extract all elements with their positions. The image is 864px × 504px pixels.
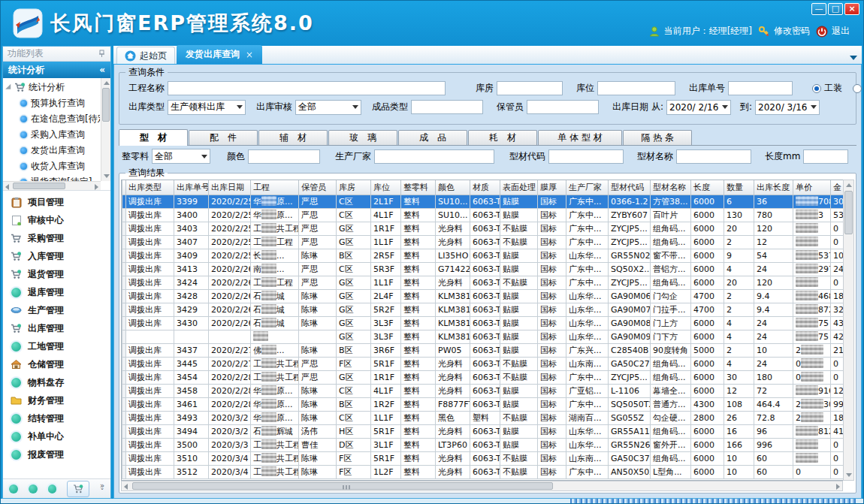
tab-list-dropdown-icon[interactable] <box>850 56 857 60</box>
column-header[interactable]: 数量 <box>724 180 754 195</box>
sidebar-item-clipboard[interactable]: 项目管理 <box>3 193 110 211</box>
profile-name-input[interactable] <box>676 149 751 164</box>
column-header[interactable]: 金 <box>831 180 844 195</box>
table-row[interactable]: 调拨出库34002020/2/25华原...严思C区4L1F整料SU10...6… <box>122 208 844 222</box>
column-header[interactable]: 表面处理 <box>500 180 538 195</box>
pin-icon[interactable] <box>98 50 106 58</box>
table-row[interactable]: 调拨出库35102020/3/4工共工程陈琳F区5R1F整料光身料6063-T5… <box>122 451 844 465</box>
sidebar-item-production[interactable]: 生产管理 <box>3 301 110 319</box>
material-tab[interactable]: 型 材 <box>119 129 188 146</box>
date-to-picker[interactable]: 2020/ 3/16 <box>755 100 820 115</box>
table-row[interactable]: 调拨出库34452020/2/27工共工程严思F区5R1F整料光身料6063-T… <box>122 357 844 370</box>
sidebar-overflow-button[interactable]: »ˇ <box>100 482 104 496</box>
table-row[interactable]: 调拨出库34932020/3/2华原...陈琳C区1L1F整料黑色塑料不贴膜国标… <box>122 411 844 424</box>
tree-item[interactable]: 发货出库查询 <box>3 143 100 158</box>
tab-close-icon[interactable]: × <box>246 50 253 60</box>
table-row[interactable]: 调拨出库34942020/3/2石辉城汤伟H区5R1F整料光身料6063-T5贴… <box>122 424 844 438</box>
table-row[interactable]: 调拨出库34582020/2/28华原...陈琳C区4L1F整料光身料6063-… <box>122 384 844 397</box>
profile-code-input[interactable] <box>548 149 624 164</box>
table-row[interactable]: 调拨出库34612020/2/28华原...陈琳B区1R2F整料F8877FT6… <box>122 397 844 411</box>
grid-vscrollbar[interactable] <box>843 180 854 481</box>
project-name-input[interactable] <box>168 81 446 95</box>
material-tab[interactable]: 玻 璃 <box>328 130 397 145</box>
material-tab[interactable]: 隔 热 条 <box>623 130 692 145</box>
radio-home[interactable] <box>853 84 862 93</box>
table-row[interactable]: 调拨出库35122020/3/4工共工程陈琳F区1L2F整料光身料6063-T5… <box>122 465 844 478</box>
tree-root-statistics[interactable]: 统计分析 <box>3 80 100 95</box>
scroll-right-icon[interactable] <box>95 184 98 190</box>
scroll-up-icon[interactable] <box>846 183 852 187</box>
column-header[interactable]: 库房 <box>337 180 371 195</box>
sidebar-item-circle[interactable]: 工地管理 <box>3 337 110 355</box>
tree-expander-icon[interactable] <box>5 83 14 92</box>
tree-vscroll-thumb[interactable] <box>102 88 110 122</box>
column-header[interactable]: 型材名称 <box>651 180 691 195</box>
location-input[interactable] <box>597 81 675 95</box>
whole-part-select[interactable]: 全部 <box>152 149 210 164</box>
sidebar-item-cart[interactable]: 采购管理 <box>3 229 110 247</box>
warehouse-input[interactable] <box>497 81 563 95</box>
column-header[interactable]: 长度 <box>691 180 724 195</box>
module-dot-icon[interactable] <box>9 484 18 493</box>
minimize-button[interactable]: — <box>811 3 826 15</box>
tree-item[interactable]: 退货查询[待定] <box>3 174 100 181</box>
column-header[interactable]: 出库类型 <box>126 180 174 195</box>
scroll-right-icon[interactable] <box>836 484 840 490</box>
scroll-left-icon[interactable] <box>124 484 128 490</box>
material-tab[interactable]: 辅 材 <box>258 130 328 145</box>
column-header[interactable]: 膜厚 <box>538 180 566 195</box>
module-dot-icon[interactable] <box>29 484 38 493</box>
sidebar-item-circle[interactable]: 退库管理 <box>3 283 110 301</box>
table-row[interactable]: 调拨出库34032020/2/25工共工程严思G区1R1F整料光身料6063-T… <box>122 222 844 235</box>
tree-item[interactable]: 预算执行查询 <box>3 95 100 111</box>
table-row[interactable]: 调拨出库34282020/2/26石城陈琳G区2L4F整料KLM38176063… <box>122 289 844 303</box>
table-row[interactable]: 调拨出库34092020/2/25长...陈琳B区2R5F整料LI35HO606… <box>122 249 844 262</box>
table-row[interactable]: 调拨出库34302020/2/26石城陈琳G区3L3F整料KLM38176063… <box>122 316 844 330</box>
collapse-icon[interactable]: « <box>99 65 105 75</box>
scroll-down-icon[interactable] <box>846 473 852 477</box>
scroll-down-icon[interactable] <box>104 174 110 178</box>
sidebar-item-circle[interactable]: 补单中心 <box>3 427 110 445</box>
column-header[interactable]: 出库长度 <box>754 180 793 195</box>
length-input[interactable] <box>803 149 848 164</box>
product-type-input[interactable] <box>411 100 483 114</box>
order-no-input[interactable] <box>728 81 793 95</box>
table-row[interactable]: 调拨出库35002020/3/3工共工程曹佳D区3L1F整料LT3P606063… <box>122 438 844 451</box>
module-dot-icon[interactable] <box>48 484 57 493</box>
scroll-left-icon[interactable] <box>5 184 9 190</box>
material-tab[interactable]: 单 体 型 材 <box>538 130 622 145</box>
tree-item[interactable]: 在途信息查询[待定] <box>3 111 100 127</box>
tree-hscroll-thumb[interactable] <box>13 183 65 189</box>
column-header[interactable]: 生产厂家 <box>566 180 609 195</box>
sidebar-item-circle[interactable]: 报废管理 <box>3 445 110 463</box>
grid-hscrollbar[interactable] <box>121 481 843 491</box>
color-input[interactable] <box>248 149 320 164</box>
tab-shipping-outbound-query[interactable]: 发货出库查询 × <box>177 45 262 64</box>
maximize-button[interactable]: □ <box>828 3 843 15</box>
table-row[interactable]: 调拨出库34242020/2/26工工程严思G区1L1F整料光身料6063-T5… <box>122 276 844 289</box>
column-header[interactable]: 库位 <box>371 180 401 195</box>
sidebar-item-cart-green[interactable]: 退货管理 <box>3 265 110 283</box>
grid-vscroll-thumb[interactable] <box>844 191 853 234</box>
audit-select[interactable]: 全部 <box>295 100 361 115</box>
keeper-input[interactable] <box>527 100 599 114</box>
tree-item[interactable]: 采购入库查询 <box>3 127 100 143</box>
column-header[interactable]: 工程 <box>251 180 299 195</box>
material-tab[interactable]: 成 品 <box>398 130 467 145</box>
tree-item[interactable]: 收货入库查询 <box>3 158 100 174</box>
column-header[interactable]: 型材代码 <box>609 180 651 195</box>
scroll-up-icon[interactable] <box>104 81 110 85</box>
column-header[interactable]: 单价 <box>793 180 831 195</box>
tree-vscrollbar[interactable] <box>101 78 110 181</box>
column-header[interactable]: 出库单号 <box>174 180 209 195</box>
sidebar-item-circle[interactable]: 物料盘存 <box>3 373 110 391</box>
column-header[interactable]: 出库日期 <box>209 180 251 195</box>
radio-industrial[interactable] <box>812 84 821 93</box>
table-row[interactable]: 调拨出库34132020/2/26南...严思C区5R3F整料G71422606… <box>122 262 844 276</box>
table-row[interactable]: 调拨出库34072020/2/25工工程严思G区1L1F整料光身料6063-T5… <box>122 235 844 249</box>
sidebar-item-cart-green[interactable]: 出库管理 <box>3 319 110 337</box>
sidebar-item-warehouse[interactable]: 仓储管理 <box>3 355 110 373</box>
column-header[interactable]: 材质 <box>470 180 500 195</box>
manufacturer-input[interactable] <box>374 149 494 164</box>
cart-module-button[interactable] <box>67 481 89 497</box>
